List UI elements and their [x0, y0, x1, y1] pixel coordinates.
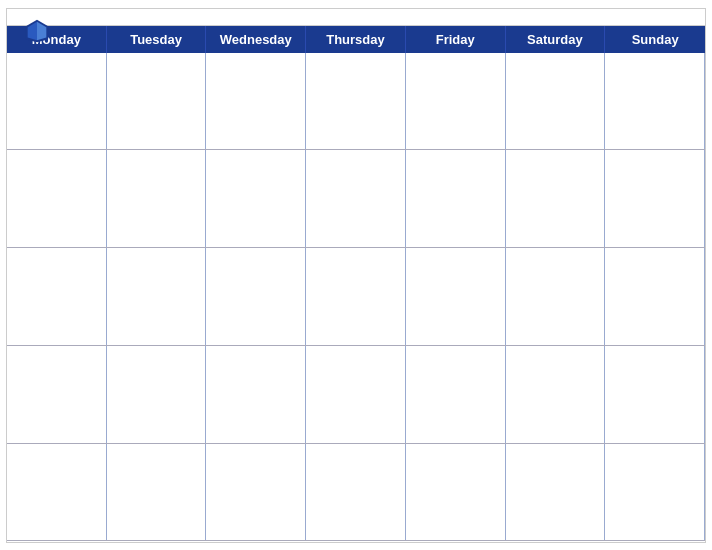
day-cell: 10 — [306, 150, 406, 247]
calendar-header — [7, 9, 705, 25]
day-cell: 9 — [206, 150, 306, 247]
calendar-grid: MondayTuesdayWednesdayThursdayFridaySatu… — [7, 25, 705, 542]
day-cell: 13 — [605, 150, 705, 247]
calendar-container: MondayTuesdayWednesdayThursdayFridaySatu… — [6, 8, 706, 543]
day-cell: 14 — [7, 248, 107, 345]
day-cell: 3 — [306, 53, 406, 150]
day-number: 21 — [12, 349, 30, 364]
day-number: 5 — [511, 56, 527, 71]
day-number: 25 — [411, 349, 429, 364]
week-row-2: 14151617181920 — [7, 248, 705, 346]
day-number: 3 — [311, 56, 327, 71]
day-cell: 22 — [107, 346, 207, 443]
week-row-4: 282930 — [7, 444, 705, 542]
day-number: 26 — [511, 349, 529, 364]
day-cell — [506, 444, 606, 541]
weeks-container: 1234567891011121314151617181920212223242… — [7, 53, 705, 542]
logo-icon — [23, 17, 51, 45]
day-cell: 30 — [206, 444, 306, 541]
day-number: 4 — [411, 56, 427, 71]
day-number: 24 — [311, 349, 329, 364]
logo — [23, 17, 53, 45]
day-cell: 8 — [107, 150, 207, 247]
day-number: 9 — [211, 153, 227, 168]
day-number: 15 — [112, 251, 130, 266]
day-cell: 4 — [406, 53, 506, 150]
day-cell: 20 — [605, 248, 705, 345]
week-row-1: 78910111213 — [7, 150, 705, 248]
day-number: 7 — [12, 153, 28, 168]
day-number: 13 — [610, 153, 628, 168]
day-cell: 6 — [605, 53, 705, 150]
day-cell: 16 — [206, 248, 306, 345]
day-header-saturday: Saturday — [506, 26, 606, 53]
day-number: 10 — [311, 153, 329, 168]
day-number: 27 — [610, 349, 628, 364]
day-cell: 26 — [506, 346, 606, 443]
day-number: 1 — [112, 56, 128, 71]
day-header-tuesday: Tuesday — [107, 26, 207, 53]
day-number: 6 — [610, 56, 626, 71]
week-row-0: 123456 — [7, 53, 705, 151]
day-cell: 27 — [605, 346, 705, 443]
day-cell — [306, 444, 406, 541]
day-number: 14 — [12, 251, 30, 266]
day-number: 8 — [112, 153, 128, 168]
day-header-monday: Monday — [7, 26, 107, 53]
day-cell: 2 — [206, 53, 306, 150]
day-cell — [605, 444, 705, 541]
day-cell: 29 — [107, 444, 207, 541]
day-cell: 17 — [306, 248, 406, 345]
day-headers-row: MondayTuesdayWednesdayThursdayFridaySatu… — [7, 26, 705, 53]
day-number: 16 — [211, 251, 229, 266]
day-header-wednesday: Wednesday — [206, 26, 306, 53]
day-cell — [7, 53, 107, 150]
day-cell: 19 — [506, 248, 606, 345]
day-number: 19 — [511, 251, 529, 266]
day-number: 29 — [112, 447, 130, 462]
day-cell: 25 — [406, 346, 506, 443]
day-number: 12 — [511, 153, 529, 168]
day-header-thursday: Thursday — [306, 26, 406, 53]
day-cell — [406, 444, 506, 541]
day-cell: 7 — [7, 150, 107, 247]
day-header-sunday: Sunday — [605, 26, 705, 53]
day-number: 11 — [411, 153, 429, 168]
day-number: 28 — [12, 447, 30, 462]
day-cell: 24 — [306, 346, 406, 443]
day-cell: 18 — [406, 248, 506, 345]
day-number: 23 — [211, 349, 229, 364]
day-cell: 15 — [107, 248, 207, 345]
week-row-3: 21222324252627 — [7, 346, 705, 444]
day-cell: 5 — [506, 53, 606, 150]
day-number: 18 — [411, 251, 429, 266]
day-number: 20 — [610, 251, 628, 266]
day-number: 17 — [311, 251, 329, 266]
day-number: 22 — [112, 349, 130, 364]
day-header-friday: Friday — [406, 26, 506, 53]
day-cell: 12 — [506, 150, 606, 247]
day-cell: 1 — [107, 53, 207, 150]
day-cell: 11 — [406, 150, 506, 247]
day-cell: 28 — [7, 444, 107, 541]
day-cell: 21 — [7, 346, 107, 443]
day-number: 30 — [211, 447, 229, 462]
day-cell: 23 — [206, 346, 306, 443]
day-number: 2 — [211, 56, 227, 71]
